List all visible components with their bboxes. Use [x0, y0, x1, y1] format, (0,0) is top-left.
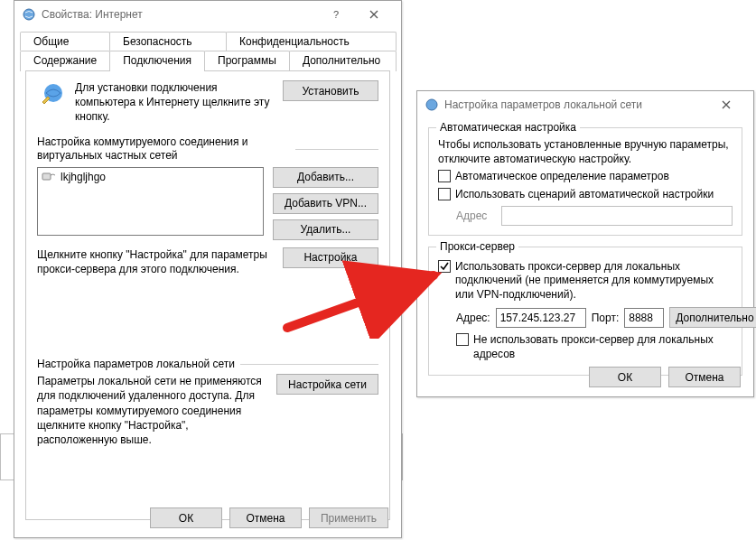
add-button[interactable]: Добавить...: [273, 167, 378, 188]
proxy-port-label: Порт:: [592, 312, 620, 324]
autodetect-checkbox[interactable]: [438, 170, 451, 182]
proxy-group: Прокси-сервер Использовать прокси-сервер…: [428, 247, 742, 376]
script-address-input: [501, 206, 733, 226]
proxy-legend: Прокси-сервер: [436, 240, 518, 253]
tab-connections[interactable]: Подключения: [109, 51, 205, 71]
add-vpn-button[interactable]: Добавить VPN...: [273, 193, 378, 214]
autoconfig-desc: Чтобы использовать установленные вручную…: [438, 137, 733, 166]
lan-section-label: Настройка параметров локальной сети: [37, 358, 235, 370]
titlebar[interactable]: Свойства: Интернет ?: [14, 1, 401, 28]
window-title: Свойства: Интернет: [42, 8, 318, 21]
tabstrip: Общие Безопасность Конфиденциальность Со…: [14, 28, 401, 521]
lan-settings-button[interactable]: Настройка сети: [276, 374, 378, 395]
list-item-label: lkjhgljhgo: [61, 171, 106, 183]
tab-privacy[interactable]: Конфиденциальность: [226, 32, 397, 51]
dialog-buttons: ОК Отмена Применить: [150, 507, 388, 528]
ok-button[interactable]: ОК: [589, 367, 661, 387]
dialup-section-label: Настройка коммутируемого соединения и ви…: [37, 135, 290, 163]
list-item[interactable]: lkjhgljhgo: [40, 170, 261, 185]
connections-listbox[interactable]: lkjhgljhgo: [37, 167, 264, 236]
autoconfig-legend: Автоматическая настройка: [436, 121, 580, 134]
tab-general[interactable]: Общие: [20, 32, 110, 51]
use-script-label: Использовать сценарий автоматической нас…: [455, 188, 714, 202]
setup-button[interactable]: Установить: [283, 80, 378, 101]
dialog-buttons: ОК Отмена: [589, 367, 741, 387]
lan-desc: Параметры локальной сети не применяются …: [37, 374, 267, 447]
svg-text:?: ?: [333, 10, 339, 19]
proxy-advanced-button[interactable]: Дополнительно: [669, 307, 756, 328]
tab-content[interactable]: Содержание: [20, 51, 110, 71]
use-script-checkbox[interactable]: [438, 188, 451, 200]
connection-icon: [42, 171, 56, 184]
globe-wizard-icon: [37, 80, 66, 112]
tab-advanced[interactable]: Дополнительно: [289, 51, 397, 71]
svg-point-4: [426, 99, 437, 110]
close-button[interactable]: [354, 4, 394, 25]
proxy-port-input[interactable]: [624, 308, 664, 328]
svg-rect-3: [42, 173, 51, 180]
script-address-label: Адрес: [456, 209, 496, 222]
close-button[interactable]: [706, 94, 746, 116]
ok-button[interactable]: ОК: [150, 507, 222, 528]
use-proxy-label: Использовать прокси-сервер для локальных…: [455, 260, 733, 303]
help-button[interactable]: ?: [318, 4, 354, 25]
internet-properties-window: Свойства: Интернет ? Общие Безопасность …: [14, 0, 402, 538]
proxy-address-label: Адрес:: [456, 312, 490, 324]
conn-settings-button[interactable]: Настройка: [283, 247, 378, 268]
cancel-button[interactable]: Отмена: [668, 367, 741, 387]
settings-hint: Щелкните кнопку "Настройка" для параметр…: [37, 247, 274, 276]
autoconfig-group: Автоматическая настройка Чтобы использов…: [428, 127, 742, 236]
internet-options-icon: [425, 98, 439, 112]
window-title: Настройка параметров локальной сети: [444, 98, 706, 111]
use-proxy-checkbox[interactable]: [438, 260, 451, 273]
titlebar[interactable]: Настройка параметров локальной сети: [417, 91, 753, 118]
remove-button[interactable]: Удалить...: [273, 219, 378, 240]
apply-button[interactable]: Применить: [309, 507, 388, 528]
bypass-local-checkbox[interactable]: [456, 333, 469, 346]
cancel-button[interactable]: Отмена: [229, 507, 302, 528]
svg-point-0: [23, 9, 34, 20]
autodetect-label: Автоматическое определение параметров: [455, 170, 669, 184]
tab-security[interactable]: Безопасность: [109, 32, 227, 51]
connections-panel: Для установки подключения компьютера к И…: [25, 70, 390, 520]
proxy-address-input[interactable]: [496, 308, 586, 328]
setup-text: Для установки подключения компьютера к И…: [75, 80, 274, 125]
internet-options-icon: [22, 7, 36, 22]
lan-settings-window: Настройка параметров локальной сети Авто…: [416, 90, 754, 397]
tab-programs[interactable]: Программы: [204, 51, 290, 71]
bypass-local-label: Не использовать прокси-сервер для локаль…: [473, 333, 733, 361]
